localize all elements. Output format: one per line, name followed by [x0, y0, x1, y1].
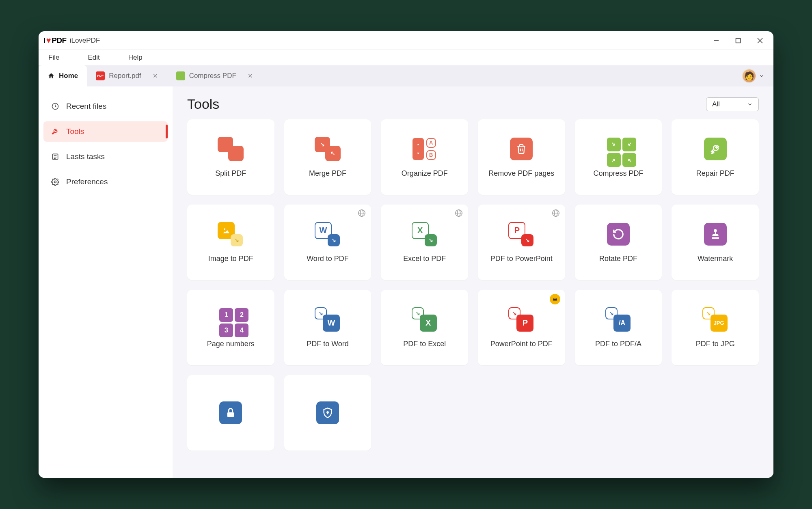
- organize-icon: A B: [410, 137, 439, 161]
- pptto-icon: P: [507, 307, 536, 332]
- tool-rotate-pdf[interactable]: Rotate PDF: [575, 205, 662, 280]
- tool-organize-pdf[interactable]: A B Organize PDF: [381, 119, 468, 195]
- tool-label: Merge PDF: [309, 169, 346, 178]
- tool-label: PowerPoint to PDF: [490, 340, 553, 348]
- svg-point-22: [327, 412, 328, 413]
- menu-help[interactable]: Help: [128, 54, 143, 62]
- split-icon: [216, 137, 245, 161]
- filter-value: All: [712, 100, 720, 108]
- compress-icon: [604, 137, 633, 161]
- clock-icon: [51, 102, 60, 111]
- tool-pdf-to-pdfa[interactable]: /A PDF to PDF/A: [575, 290, 662, 365]
- tool-pdf-to-powerpoint[interactable]: P PDF to PowerPoint: [478, 205, 565, 280]
- tool-merge-pdf[interactable]: Merge PDF: [284, 119, 371, 195]
- tab-compress[interactable]: Compress PDF ✕: [167, 65, 262, 86]
- tool-grid: Split PDF Merge PDF: [187, 119, 759, 451]
- tab-report-label: Report.pdf: [109, 72, 141, 80]
- tool-label: Image to PDF: [208, 254, 253, 263]
- logo-text-suffix: PDF: [52, 36, 67, 45]
- maximize-button[interactable]: [734, 36, 743, 45]
- toexcel-icon: X: [410, 307, 439, 332]
- tool-repair-pdf[interactable]: Repair PDF: [672, 119, 759, 195]
- tool-word-to-pdf[interactable]: W Word to PDF: [284, 205, 371, 280]
- svg-rect-20: [712, 237, 719, 239]
- tool-lock-pdf[interactable]: [187, 375, 274, 451]
- tool-page-numbers[interactable]: 1 2 3 4 Page numbers: [187, 290, 274, 365]
- app-title: iLovePDF: [70, 37, 100, 45]
- tool-pdf-to-jpg[interactable]: JPG PDF to JPG: [672, 290, 759, 365]
- sidebar-item-recent[interactable]: Recent files: [43, 96, 168, 116]
- filter-dropdown[interactable]: All: [706, 97, 759, 111]
- jpg-icon: JPG: [701, 307, 730, 332]
- minimize-button[interactable]: [712, 36, 721, 45]
- trash-icon: [507, 137, 536, 161]
- shield-icon: [313, 401, 342, 425]
- tool-remove-pages[interactable]: Remove PDF pages: [478, 119, 565, 195]
- close-button[interactable]: [756, 36, 764, 45]
- tool-split-pdf[interactable]: Split PDF: [187, 119, 274, 195]
- menu-file[interactable]: File: [48, 54, 59, 62]
- sidebar-item-tasks[interactable]: Lasts tasks: [43, 147, 168, 167]
- sidebar-item-tools[interactable]: Tools: [43, 121, 168, 142]
- home-icon: [48, 72, 55, 80]
- tool-protect-pdf[interactable]: [284, 375, 371, 451]
- tool-label: Organize PDF: [402, 169, 448, 178]
- tabbar: Home PDF Report.pdf ✕ Compress PDF ✕ 🧑: [39, 65, 773, 86]
- gear-icon: [51, 177, 60, 186]
- tool-label: PDF to PowerPoint: [490, 254, 553, 263]
- tool-label: Rotate PDF: [599, 254, 637, 263]
- crown-icon: [550, 294, 560, 304]
- sidebar: Recent files Tools Lasts tasks Preferenc…: [39, 86, 173, 478]
- stamp-icon: [701, 222, 730, 246]
- tool-label: Watermark: [698, 254, 733, 263]
- tool-label: Compress PDF: [593, 169, 643, 178]
- tab-home[interactable]: Home: [39, 65, 87, 86]
- tool-image-to-pdf[interactable]: Image to PDF: [187, 205, 274, 280]
- chevron-down-icon: [759, 73, 764, 79]
- menu-edit[interactable]: Edit: [88, 54, 99, 62]
- sidebar-item-label: Tools: [66, 127, 84, 136]
- tab-report[interactable]: PDF Report.pdf ✕: [87, 65, 166, 86]
- sidebar-item-label: Preferences: [66, 177, 108, 186]
- tool-pdf-to-word[interactable]: W PDF to Word: [284, 290, 371, 365]
- tool-label: PDF to Word: [307, 340, 349, 348]
- compress-file-icon: [176, 71, 185, 80]
- image-icon: [216, 222, 245, 246]
- globe-icon: [454, 209, 463, 218]
- pdf-file-icon: PDF: [96, 71, 105, 80]
- rotate-icon: [604, 222, 633, 246]
- close-icon[interactable]: ✕: [153, 72, 158, 80]
- main-header: Tools All: [187, 96, 759, 112]
- heart-icon: ♥: [46, 36, 51, 45]
- pagenum-icon: 1 2 3 4: [216, 307, 245, 332]
- app-logo: I ♥ PDF: [43, 36, 67, 45]
- tool-excel-to-pdf[interactable]: X Excel to PDF: [381, 205, 468, 280]
- main-panel: Tools All: [173, 86, 773, 478]
- sidebar-item-preferences[interactable]: Preferences: [43, 172, 168, 192]
- tool-powerpoint-to-pdf[interactable]: P PowerPoint to PDF: [478, 290, 565, 365]
- sidebar-item-label: Recent files: [66, 102, 106, 111]
- svg-rect-1: [736, 38, 741, 43]
- tool-label: Split PDF: [215, 169, 246, 178]
- svg-point-9: [54, 181, 56, 183]
- svg-point-10: [224, 228, 226, 230]
- tool-label: PDF to JPG: [696, 340, 735, 348]
- avatar: 🧑: [742, 69, 756, 83]
- tool-label: Excel to PDF: [403, 254, 446, 263]
- tool-label: Repair PDF: [696, 169, 734, 178]
- tool-pdf-to-excel[interactable]: X PDF to Excel: [381, 290, 468, 365]
- menubar: File Edit Help: [39, 50, 773, 65]
- user-menu[interactable]: 🧑: [742, 65, 767, 86]
- repair-icon: [701, 137, 730, 161]
- titlebar: I ♥ PDF iLovePDF: [39, 31, 773, 50]
- svg-rect-21: [227, 412, 234, 417]
- list-icon: [51, 152, 60, 161]
- body: Recent files Tools Lasts tasks Preferenc…: [39, 86, 773, 478]
- lock-icon: [216, 401, 245, 425]
- tool-compress-pdf[interactable]: Compress PDF: [575, 119, 662, 195]
- tab-home-label: Home: [59, 72, 78, 80]
- window-controls: [712, 36, 769, 45]
- close-icon[interactable]: ✕: [248, 72, 253, 80]
- tool-watermark[interactable]: Watermark: [672, 205, 759, 280]
- page-title: Tools: [187, 96, 219, 112]
